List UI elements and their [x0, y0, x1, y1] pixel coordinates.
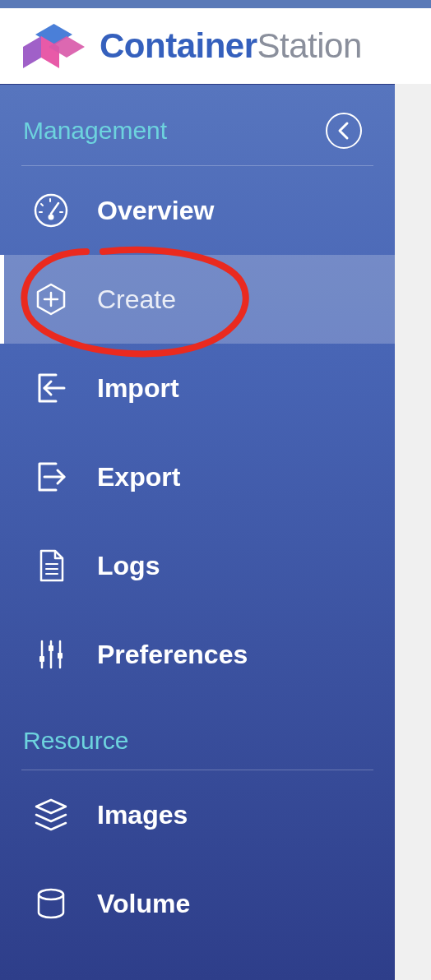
export-icon	[33, 459, 69, 495]
sidebar: Management Overview	[0, 84, 395, 980]
sidebar-item-label: Overview	[97, 196, 214, 226]
svg-marker-29	[36, 800, 66, 813]
section-title: Resource	[23, 727, 128, 755]
container-station-logo-icon	[23, 24, 85, 69]
svg-marker-3	[23, 36, 41, 68]
sidebar-item-label: Preferences	[97, 640, 248, 670]
sliders-icon	[33, 636, 69, 673]
chevron-left-icon	[336, 121, 351, 141]
sidebar-item-export[interactable]: Export	[0, 432, 395, 521]
sidebar-item-preferences[interactable]: Preferences	[0, 610, 395, 699]
sidebar-item-volume[interactable]: Volume	[0, 859, 395, 948]
app-title: ContainerStation	[100, 26, 362, 66]
svg-rect-28	[58, 653, 63, 659]
app-header: ContainerStation	[0, 8, 431, 84]
sidebar-item-import[interactable]: Import	[0, 344, 395, 432]
section-header-management: Management	[0, 85, 395, 165]
sidebar-item-images[interactable]: Images	[0, 770, 395, 859]
svg-point-9	[49, 215, 54, 220]
section-header-resource: Resource	[0, 699, 395, 770]
sidebar-item-label: Images	[97, 800, 188, 830]
cylinder-icon	[33, 885, 69, 922]
sidebar-item-label: Export	[97, 462, 180, 492]
sidebar-item-label: Volume	[97, 889, 190, 919]
sidebar-item-create[interactable]: Create	[0, 255, 395, 344]
svg-rect-27	[49, 645, 53, 651]
plus-hexagon-icon	[33, 281, 69, 317]
svg-line-10	[51, 203, 58, 214]
window-titlebar	[0, 0, 431, 8]
app-title-bold: Container	[100, 26, 257, 65]
document-icon	[33, 548, 69, 584]
svg-point-30	[39, 890, 63, 899]
import-icon	[33, 370, 69, 406]
app-title-light: Station	[257, 26, 362, 65]
collapse-sidebar-button[interactable]	[326, 113, 362, 149]
layers-icon	[33, 797, 69, 833]
svg-line-11	[41, 204, 43, 206]
svg-rect-26	[39, 656, 44, 662]
sidebar-item-label: Logs	[97, 551, 160, 581]
dashboard-icon	[33, 192, 69, 229]
sidebar-item-label: Import	[97, 373, 179, 404]
sidebar-item-label: Create	[97, 284, 176, 315]
sidebar-item-overview[interactable]: Overview	[0, 166, 395, 255]
sidebar-item-logs[interactable]: Logs	[0, 521, 395, 610]
section-title: Management	[23, 117, 167, 145]
